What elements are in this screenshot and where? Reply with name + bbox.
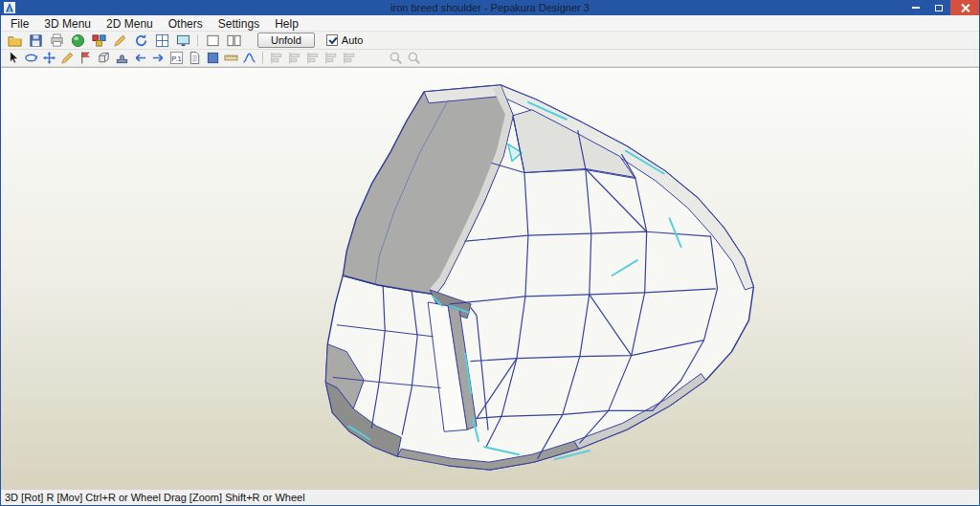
save-file-icon[interactable] [25, 33, 46, 49]
window-title: iron breed shoulder - Pepakura Designer … [1, 2, 979, 13]
flag-marker-icon[interactable] [77, 51, 95, 66]
menu-help[interactable]: Help [267, 15, 306, 31]
toolbar-main-icons [4, 33, 244, 49]
status-text: 3D [Rot] R [Mov] Ctrl+R or Wheel Drag [Z… [5, 492, 305, 503]
svg-text:P.1: P.1 [171, 55, 181, 63]
menu-others[interactable]: Others [161, 15, 211, 31]
grid-view-icon[interactable] [151, 33, 172, 49]
open-file-icon[interactable] [4, 33, 25, 49]
menu-bar: File3D Menu2D MenuOthersSettingsHelp [1, 15, 979, 32]
prev-part-icon[interactable] [131, 51, 149, 66]
material-palette-icon[interactable] [88, 33, 109, 49]
minimize-icon [912, 7, 920, 9]
page-layout-icon[interactable] [186, 51, 204, 66]
toolbar-2d-icons: P.1 [4, 51, 423, 66]
menu-file[interactable]: File [3, 15, 36, 31]
window-controls [904, 0, 979, 15]
auto-checkbox[interactable] [326, 34, 338, 46]
layout-3d-only-icon[interactable] [202, 33, 223, 49]
menu-settings[interactable]: Settings [211, 15, 267, 31]
minimize-button[interactable] [904, 0, 927, 15]
join-edges-icon[interactable] [240, 51, 258, 66]
close-button[interactable] [950, 0, 979, 15]
toolbar-2d: P.1 [1, 50, 979, 67]
align-left-icon [267, 51, 285, 66]
fill-color-icon[interactable] [204, 51, 222, 66]
zoom-out-icon [405, 51, 423, 66]
auto-checkbox-group[interactable]: Auto [326, 34, 364, 46]
zoom-in-icon [387, 51, 405, 66]
unfold-button[interactable]: Unfold [257, 33, 315, 48]
edit-mode-pencil-icon[interactable] [109, 33, 130, 49]
menu-2d-menu[interactable]: 2D Menu [99, 15, 161, 31]
align-top-icon [322, 51, 340, 66]
toolbar-sep [197, 34, 198, 47]
align-center-horizontal-icon [285, 51, 303, 66]
stamp-tool-icon[interactable] [113, 51, 131, 66]
maximize-icon [935, 5, 943, 11]
next-part-icon[interactable] [149, 51, 167, 66]
bounding-box-icon[interactable] [95, 51, 113, 66]
viewport[interactable] [1, 67, 979, 489]
ruler-tool-icon[interactable] [222, 51, 240, 66]
page-number-icon[interactable]: P.1 [167, 51, 186, 66]
print-icon[interactable] [46, 33, 67, 49]
toolbar-sep [262, 52, 263, 64]
align-right-icon [303, 51, 322, 66]
toolbar-main: Unfold Auto [1, 32, 979, 50]
screen-view-icon[interactable] [172, 33, 193, 49]
close-icon [961, 4, 969, 12]
menu-3d-menu[interactable]: 3D Menu [36, 15, 99, 31]
app-window: iron breed shoulder - Pepakura Designer … [0, 0, 980, 506]
select-tool-icon[interactable] [4, 51, 22, 66]
layout-split-icon[interactable] [223, 33, 244, 49]
texture-view-icon[interactable] [67, 33, 88, 49]
maximize-button[interactable] [927, 0, 950, 15]
title-bar: iron breed shoulder - Pepakura Designer … [1, 0, 979, 15]
app-icon [4, 2, 15, 13]
align-bottom-icon [340, 51, 358, 66]
move-part-icon[interactable] [40, 51, 58, 66]
status-bar: 3D [Rot] R [Mov] Ctrl+R or Wheel Drag [Z… [1, 489, 979, 505]
rotate-view-icon[interactable] [130, 33, 151, 49]
rotate-part-icon[interactable] [22, 51, 40, 66]
auto-checkbox-label: Auto [342, 34, 364, 46]
model-svg [1, 68, 979, 489]
edit-flaps-icon[interactable] [58, 51, 77, 66]
